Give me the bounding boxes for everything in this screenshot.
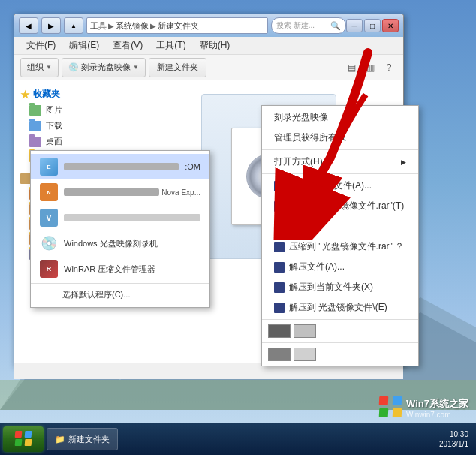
ctx-icon-rar1 [274, 201, 285, 212]
view-options-button[interactable]: ▥ [362, 59, 378, 76]
start-button[interactable] [3, 426, 44, 452]
watermark-logo [379, 396, 402, 419]
sidebar-item-desktop[interactable]: 桌面 [17, 134, 131, 149]
menu-view[interactable]: 查看(V) [107, 38, 149, 53]
separator1: ▶ [108, 22, 114, 30]
burn-label: 刻录光盘映像 [81, 62, 131, 73]
ctx-extract-here[interactable]: 解压到当前文件夹(X) [262, 277, 418, 297]
prog-item-choose-default[interactable]: 选择默认程序(C)... [31, 285, 209, 304]
burn-button[interactable]: 💿 刻录光盘映像 ▼ [62, 58, 146, 77]
windows-burn-label: Windows 光盘映像刻录机 [64, 238, 158, 249]
address-part1: 工具 [90, 20, 107, 32]
prog-item-com[interactable]: E :OM [31, 154, 209, 179]
wm-q1 [379, 396, 389, 405]
forward-button[interactable]: ▶ [41, 17, 61, 34]
ctx-admin-owner[interactable]: 管理员获得所有权 [262, 128, 418, 148]
close-button[interactable]: ✕ [382, 19, 399, 32]
swatch-dark [268, 324, 291, 338]
sidebar-item-pictures[interactable]: 图片 [17, 102, 131, 118]
ctx-color-swatches2 [262, 345, 418, 364]
logo-q2 [25, 431, 32, 438]
burn-icon: 💿 [68, 62, 79, 72]
desktop: ◀ ▶ ▲ 工具 ▶ 系统镜像 ▶ 新建文件夹 搜索 新建... 🔍 ─ □ [0, 0, 476, 455]
watermark-main-text: Win7系统之家 [406, 397, 468, 411]
address-box[interactable]: 工具 ▶ 系统镜像 ▶ 新建文件夹 [86, 17, 268, 34]
ctx-sep2 [262, 173, 418, 174]
ctx-icon-compress [274, 221, 285, 232]
ctx-add-rar-label: 添加到 "光盘镜像文件.rar"(T) [289, 200, 404, 212]
toolbar: 组织 ▼ 💿 刻录光盘映像 ▼ 新建文件夹 ▤ ▥ ? [14, 55, 403, 80]
ctx-icon-extract1 [274, 262, 285, 273]
ctx-extract-to[interactable]: 解压到 光盘镜像文件\(E) [262, 297, 418, 318]
help-icon-button[interactable]: ? [381, 59, 397, 76]
ctx-open-with-label: 打开方式(H) [274, 155, 323, 168]
sidebar-item-downloads[interactable]: 下载 [17, 118, 131, 134]
clock-time: 10:30 [439, 429, 468, 439]
taskbar-items: 📁 新建文件夹 [47, 428, 435, 450]
prog-icon-nova: N [40, 183, 58, 201]
view-toggle-button[interactable]: ▤ [343, 59, 360, 76]
prog-blur-nova [64, 188, 159, 196]
menu-bar: 文件(F) 编辑(E) 查看(V) 工具(T) 帮助(H) [14, 37, 403, 55]
prog-blur-v [64, 214, 200, 221]
ctx-add-rar[interactable]: 添加到 "光盘镜像文件.rar"(T) [262, 196, 418, 216]
swatch-gray1 [268, 348, 291, 361]
watermark-url: Winwin7.com [406, 411, 468, 419]
maximize-button[interactable]: □ [364, 19, 381, 32]
ctx-burn-image[interactable]: 刻录光盘映像 [262, 107, 418, 128]
logo-q1 [15, 431, 23, 438]
prog-item-v[interactable]: V [31, 205, 209, 231]
win-logo-watermark [379, 396, 402, 419]
burn-arrow: ▼ [133, 64, 139, 71]
organize-arrow: ▼ [46, 64, 52, 71]
ctx-extract-to-label: 解压到 光盘镜像文件\(E) [289, 301, 387, 314]
menu-help[interactable]: 帮助(H) [194, 38, 236, 53]
prog-item-nova[interactable]: N Nova Exp... [31, 179, 209, 205]
favorites-header[interactable]: ★ 收藏夹 [17, 86, 131, 102]
menu-tools[interactable]: 工具(T) [150, 38, 191, 53]
desktop-label: 桌面 [46, 136, 62, 147]
organize-button[interactable]: 组织 ▼ [20, 58, 59, 77]
prog-icon-disc: 💿 [40, 234, 58, 252]
downloads-label: 下载 [46, 120, 62, 131]
menu-file[interactable]: 文件(F) [20, 38, 62, 53]
windows-logo [15, 431, 32, 447]
wm-q3 [379, 408, 389, 417]
wm-q4 [393, 408, 402, 417]
ctx-compress-rar[interactable]: 压缩到 "光盘镜像文件.rar" ？ [262, 237, 418, 257]
ctx-add-archive[interactable]: 添加到压缩文件(A)... [262, 176, 418, 196]
prog-icon-rar: R [40, 260, 58, 278]
ctx-extract[interactable]: 解压文件(A)... [262, 257, 418, 277]
ctx-admin-owner-label: 管理员获得所有权 [274, 131, 346, 144]
logo-q4 [25, 439, 32, 446]
back-button[interactable]: ◀ [19, 17, 38, 34]
right-context-menu: 刻录光盘映像 管理员获得所有权 打开方式(H) 添加到压缩文件(A)... 添加… [261, 105, 419, 366]
watermark-text-area: Win7系统之家 Winwin7.com [406, 397, 468, 419]
clock-date: 2013/1/1 [439, 439, 468, 449]
address-part2: 系统镜像 [116, 20, 149, 32]
favorites-label: 收藏夹 [33, 88, 60, 101]
taskbar-item-explorer[interactable]: 📁 新建文件夹 [47, 428, 118, 450]
search-icon: 🔍 [330, 21, 341, 31]
search-box[interactable]: 搜索 新建... 🔍 [271, 17, 346, 34]
up-button[interactable]: ▲ [64, 17, 83, 34]
ctx-compress[interactable]: 压缩并 "" [262, 216, 418, 237]
swatch-light [294, 324, 316, 338]
address-part3: 新建文件夹 [158, 20, 199, 32]
prog-separator [31, 283, 209, 284]
folder-icon-downloads [29, 121, 41, 131]
taskbar: 📁 新建文件夹 10:30 2013/1/1 [0, 423, 476, 455]
menu-edit[interactable]: 编辑(E) [63, 38, 105, 53]
ctx-open-with[interactable]: 打开方式(H) [262, 152, 418, 172]
prog-item-winrar[interactable]: R WinRAR 压缩文件管理器 [31, 256, 209, 282]
ctx-compress-rar-label: 压缩到 "光盘镜像文件.rar" ？ [289, 240, 404, 253]
ctx-sep1 [262, 149, 418, 150]
open-with-menu: E :OM N Nova Exp... V 💿 Windows 光盘映像刻录机 … [30, 150, 210, 308]
prog-icon-com: E [40, 158, 58, 176]
new-folder-button[interactable]: 新建文件夹 [149, 58, 206, 77]
system-tray: 10:30 2013/1/1 [435, 429, 473, 449]
minimize-button[interactable]: ─ [346, 19, 363, 32]
ctx-icon-extract3 [274, 303, 285, 313]
ctx-sep4 [262, 342, 418, 343]
prog-item-windows-burn[interactable]: 💿 Windows 光盘映像刻录机 [31, 231, 209, 256]
